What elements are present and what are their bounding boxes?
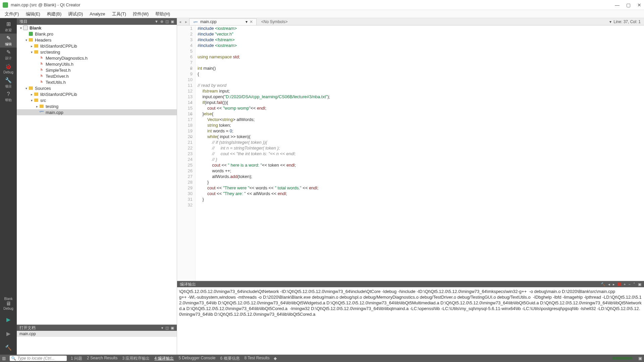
status-tab[interactable]: 5 Debugger Console: [178, 356, 215, 361]
stop-icon[interactable]: [618, 283, 621, 286]
tab-close-icon[interactable]: ✕: [250, 19, 253, 24]
status-tab[interactable]: 3 应用程序输出: [122, 356, 150, 361]
tree-item[interactable]: MemoryDiagnostics.h: [17, 55, 177, 61]
tree-item[interactable]: main.cpp: [17, 109, 177, 115]
toggle-sidebar-icon[interactable]: ▥: [2, 356, 6, 361]
tree-item[interactable]: MemoryUtils.h: [17, 61, 177, 67]
split-icon[interactable]: ◫: [165, 19, 169, 24]
nav-forward-icon[interactable]: ▸: [183, 19, 189, 24]
menu-item[interactable]: 调试(D): [65, 10, 86, 18]
next-icon[interactable]: ▸: [613, 282, 615, 287]
tree-item[interactable]: Blank.pro: [17, 31, 177, 37]
build-button[interactable]: 🔨: [0, 341, 17, 355]
code-line[interactable]: cout << "They are: " << allWords << endl…: [198, 191, 644, 196]
code-line[interactable]: using namespace std;: [198, 54, 644, 60]
code-line[interactable]: #include <iostream>: [198, 25, 644, 31]
tree-item[interactable]: ▾src: [17, 97, 177, 103]
code-line[interactable]: cout << " here is a word: "<< token << e…: [198, 162, 644, 168]
fold-icon[interactable]: ⌄: [190, 65, 192, 71]
mode-button[interactable]: ✎编辑: [0, 34, 17, 48]
more-icon[interactable]: ◆: [274, 356, 277, 361]
code-line[interactable]: ifstream input;: [198, 88, 644, 94]
menu-item[interactable]: 构建(B): [44, 10, 64, 18]
fold-icon[interactable]: ⌄: [190, 100, 192, 105]
tree-arrow-icon[interactable]: ▾: [24, 86, 28, 90]
mode-button[interactable]: ⊞欢迎: [0, 19, 17, 34]
code-line[interactable]: allWords.add(token);: [198, 174, 644, 179]
prev-icon[interactable]: ◂: [608, 282, 610, 287]
status-tab[interactable]: 2 Search Results: [87, 356, 117, 361]
symbol-selector[interactable]: <No Symbols>: [259, 19, 290, 24]
code-line[interactable]: cout << "womp womp"<< endl;: [198, 105, 644, 111]
zoom-in-icon[interactable]: +: [624, 282, 626, 286]
run-debug-button[interactable]: ▶: [0, 326, 17, 341]
code-line[interactable]: }else{: [198, 111, 644, 117]
code-line[interactable]: #include "vector.h": [198, 31, 644, 37]
tree-item[interactable]: ▸lib\StanfordCPPLib: [17, 43, 177, 49]
tree-item[interactable]: ▾Sources: [17, 85, 177, 91]
project-tree[interactable]: ▾BlankBlank.pro▾Headers▸lib\StanfordCPPL…: [17, 25, 177, 324]
fold-icon[interactable]: ⌄: [190, 111, 192, 117]
open-doc-item[interactable]: main.cpp: [17, 331, 177, 337]
mode-button[interactable]: ✎设计: [0, 48, 17, 62]
maximize-button[interactable]: ▢: [626, 2, 631, 8]
code-line[interactable]: }: [198, 196, 644, 202]
tree-arrow-icon[interactable]: ▾: [30, 50, 34, 54]
mode-button[interactable]: 🐞Debug: [0, 62, 17, 76]
minimize-button[interactable]: —: [615, 2, 620, 8]
menu-item[interactable]: 帮助(H): [153, 10, 173, 18]
tree-arrow-icon[interactable]: ▸: [30, 93, 34, 96]
code-line[interactable]: int main(): [198, 65, 644, 71]
tree-arrow-icon[interactable]: ▾: [30, 99, 34, 102]
code-line[interactable]: // if (stringIsInteger( token )){: [198, 139, 644, 145]
code-line[interactable]: #include <fstream>: [198, 37, 644, 43]
link-icon[interactable]: ⊕: [160, 19, 163, 24]
tree-item[interactable]: TestDriver.h: [17, 73, 177, 79]
kit-selector[interactable]: Blank 🖥 Debug: [0, 295, 17, 312]
code-line[interactable]: {: [198, 71, 644, 77]
code-line[interactable]: }: [198, 179, 644, 185]
code-line[interactable]: [198, 202, 644, 208]
status-tab[interactable]: 6 概要信息: [220, 356, 240, 361]
code-line[interactable]: while( input >> token){: [198, 134, 644, 139]
zoom-out-icon[interactable]: −: [629, 282, 631, 286]
status-tab[interactable]: 1 问题: [71, 356, 82, 361]
tree-item[interactable]: SimpleTest.h: [17, 67, 177, 73]
fold-icon[interactable]: ⌄: [190, 134, 192, 139]
close-progress-icon[interactable]: ▣: [638, 356, 642, 361]
menu-item[interactable]: Analyze: [87, 11, 108, 17]
code-editor[interactable]: 12345678⌄91011121314⌄1516⌄17181920⌄21222…: [177, 25, 644, 281]
editor-tab[interactable]: main.cpp ▾ ✕: [189, 18, 257, 25]
code-line[interactable]: words ++;: [198, 168, 644, 174]
tree-arrow-icon[interactable]: ▸: [35, 105, 39, 108]
close-panel-icon[interactable]: ▣: [171, 19, 174, 24]
code-line[interactable]: // read by word: [198, 82, 644, 88]
output-body[interactable]: \Qt\Qt5.12.0\5.12.0\mingw73_64\include\Q…: [177, 287, 644, 355]
menu-item[interactable]: 文件(F): [2, 10, 22, 18]
menu-item[interactable]: 编辑(E): [23, 10, 43, 18]
split-icon[interactable]: ◫: [165, 326, 169, 330]
code-line[interactable]: // cout << "the int token is: "<< n << e…: [198, 151, 644, 157]
code-line[interactable]: // }: [198, 157, 644, 162]
code-line[interactable]: Vector<string> allWords;: [198, 117, 644, 122]
tree-item[interactable]: ▸lib\StanfordCPPLib: [17, 91, 177, 97]
code-line[interactable]: [198, 77, 644, 82]
close-output-icon[interactable]: ▣: [638, 282, 641, 287]
locator-input[interactable]: 🔍 Type to locate (Ctrl...: [10, 356, 67, 361]
code-line[interactable]: [198, 60, 644, 65]
run-button[interactable]: ▶: [0, 312, 17, 326]
code-line[interactable]: int words = 0;: [198, 128, 644, 134]
close-button[interactable]: ✕: [637, 2, 641, 8]
mode-button[interactable]: 🔧项目: [0, 76, 17, 90]
tree-item[interactable]: ▾src\testing: [17, 49, 177, 55]
code-line[interactable]: cout << "There were "<< words << " total…: [198, 185, 644, 191]
menu-item[interactable]: 控件(W): [130, 10, 151, 18]
chevron-up-icon[interactable]: ˄: [633, 282, 635, 287]
code-line[interactable]: string token;: [198, 122, 644, 128]
hammer-icon[interactable]: 🔨: [601, 282, 605, 287]
code-line[interactable]: [198, 48, 644, 54]
status-tab[interactable]: 4 编译输出: [154, 356, 174, 361]
close-icon[interactable]: ▣: [171, 326, 174, 330]
code-line[interactable]: #include <iostream>: [198, 43, 644, 48]
tree-arrow-icon[interactable]: ▾: [24, 38, 28, 42]
